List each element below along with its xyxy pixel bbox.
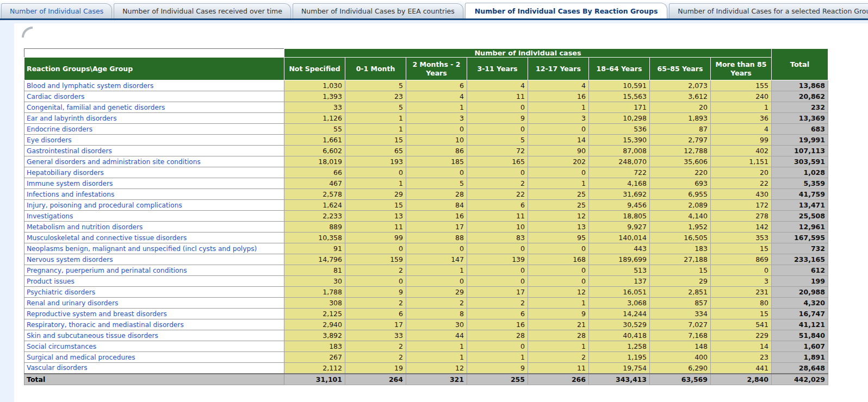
cases-value-cell: 0 bbox=[528, 243, 589, 254]
cases-value-cell: 2,125 bbox=[284, 309, 345, 319]
cases-value-cell: 86 bbox=[406, 146, 467, 156]
reaction-group-link[interactable]: Pregnancy, puerperium and perinatal cond… bbox=[24, 265, 284, 276]
cases-value-cell: 10,298 bbox=[589, 113, 650, 124]
reaction-group-link[interactable]: Infections and infestations bbox=[24, 189, 284, 200]
cases-value-cell: 72 bbox=[467, 146, 528, 156]
cases-value-cell: 87 bbox=[650, 124, 711, 135]
row-total-cell: 16,747 bbox=[772, 309, 828, 319]
cases-value-cell: 2,112 bbox=[284, 363, 345, 374]
reaction-group-link[interactable]: General disorders and administration sit… bbox=[24, 156, 284, 167]
cases-value-cell: 22 bbox=[711, 178, 772, 189]
reaction-group-link[interactable]: Immune system disorders bbox=[24, 178, 284, 189]
reaction-group-link[interactable]: Surgical and medical procedures bbox=[24, 352, 284, 363]
reaction-group-link[interactable]: Social circumstances bbox=[24, 341, 284, 352]
column-total-cell: 264 bbox=[345, 374, 406, 385]
reaction-group-link[interactable]: Gastrointestinal disorders bbox=[24, 146, 284, 156]
cases-value-cell: 0 bbox=[406, 124, 467, 135]
cases-value-cell: 4,140 bbox=[650, 211, 711, 222]
cases-value-cell: 869 bbox=[711, 254, 772, 265]
cases-value-cell: 11 bbox=[467, 211, 528, 222]
row-total-cell: 612 bbox=[772, 265, 828, 276]
cases-value-cell: 148 bbox=[650, 341, 711, 352]
cases-value-cell: 334 bbox=[650, 309, 711, 319]
tab-number-of-individual-cases-received-over-time[interactable]: Number of Individual Cases received over… bbox=[114, 3, 291, 18]
cases-value-cell: 6,602 bbox=[284, 146, 345, 156]
cases-value-cell: 2 bbox=[467, 298, 528, 309]
reaction-group-link[interactable]: Psychiatric disorders bbox=[24, 287, 284, 298]
reaction-group-link[interactable]: Skin and subcutaneous tissue disorders bbox=[24, 330, 284, 341]
reaction-group-link[interactable]: Product issues bbox=[24, 276, 284, 287]
tab-number-of-individual-cases-for-a-selected-reaction-group[interactable]: Number of Individual Cases for a selecte… bbox=[669, 3, 868, 18]
cases-value-cell: 0 bbox=[406, 167, 467, 178]
cases-value-cell: 17 bbox=[345, 319, 406, 330]
cases-value-cell: 10,358 bbox=[284, 233, 345, 243]
cases-value-cell: 84 bbox=[406, 200, 467, 211]
cases-value-cell: 6 bbox=[467, 309, 528, 319]
cases-value-cell: 6 bbox=[467, 200, 528, 211]
cases-value-cell: 155 bbox=[711, 80, 772, 91]
reaction-group-link[interactable]: Investigations bbox=[24, 211, 284, 222]
reaction-group-link[interactable]: Vascular disorders bbox=[24, 363, 284, 374]
cases-value-cell: 2 bbox=[345, 298, 406, 309]
age-group-header: 3-11 Years bbox=[467, 58, 528, 80]
table-row: Musculoskeletal and connective tissue di… bbox=[24, 233, 828, 243]
cases-value-cell: 9 bbox=[467, 113, 528, 124]
cases-value-cell: 4 bbox=[406, 91, 467, 102]
row-total-cell: 107,113 bbox=[772, 146, 828, 156]
cases-value-cell: 2 bbox=[406, 298, 467, 309]
cases-value-cell: 0 bbox=[345, 243, 406, 254]
reaction-group-link[interactable]: Musculoskeletal and connective tissue di… bbox=[24, 233, 284, 243]
cases-value-cell: 83 bbox=[467, 233, 528, 243]
cases-value-cell: 1 bbox=[406, 352, 467, 363]
tab-number-of-individual-cases-by-reaction-groups[interactable]: Number of Individual Cases By Reaction G… bbox=[465, 3, 668, 18]
row-total-cell: 167,595 bbox=[772, 233, 828, 243]
reaction-group-link[interactable]: Neoplasms benign, malignant and unspecif… bbox=[24, 243, 284, 254]
cases-value-cell: 25 bbox=[528, 200, 589, 211]
cases-value-cell: 99 bbox=[345, 233, 406, 243]
cases-value-cell: 240 bbox=[711, 91, 772, 102]
cases-value-cell: 0 bbox=[528, 276, 589, 287]
reaction-group-link[interactable]: Injury, poisoning and procedural complic… bbox=[24, 200, 284, 211]
tab-number-of-individual-cases-by-eea-countries[interactable]: Number of Individual Cases by EEA countr… bbox=[293, 3, 463, 18]
reaction-group-link[interactable]: Endocrine disorders bbox=[24, 124, 284, 135]
cases-value-cell: 15 bbox=[711, 243, 772, 254]
cases-value-cell: 3,068 bbox=[589, 298, 650, 309]
cases-value-cell: 6,290 bbox=[650, 363, 711, 374]
cases-value-cell: 1 bbox=[711, 102, 772, 113]
reaction-group-link[interactable]: Ear and labyrinth disorders bbox=[24, 113, 284, 124]
reaction-group-link[interactable]: Blood and lymphatic system disorders bbox=[24, 80, 284, 91]
row-total-cell: 13,369 bbox=[772, 113, 828, 124]
cases-value-cell: 1 bbox=[345, 113, 406, 124]
report-card: Number of individual cases Total Reactio… bbox=[14, 23, 868, 402]
cases-value-cell: 9,927 bbox=[589, 222, 650, 233]
cases-value-cell: 2,851 bbox=[650, 287, 711, 298]
tab-bar: Number of Individual CasesNumber of Indi… bbox=[0, 0, 868, 20]
reaction-group-link[interactable]: Hepatobiliary disorders bbox=[24, 167, 284, 178]
reaction-group-link[interactable]: Metabolism and nutrition disorders bbox=[24, 222, 284, 233]
reaction-group-link[interactable]: Nervous system disorders bbox=[24, 254, 284, 265]
reaction-group-link[interactable]: Renal and urinary disorders bbox=[24, 298, 284, 309]
table-row: Skin and subcutaneous tissue disorders3,… bbox=[24, 330, 828, 341]
cases-value-cell: 229 bbox=[711, 330, 772, 341]
cases-value-cell: 402 bbox=[711, 146, 772, 156]
cases-value-cell: 29 bbox=[345, 189, 406, 200]
group-header: Number of individual cases bbox=[284, 49, 772, 58]
cases-value-cell: 9 bbox=[467, 363, 528, 374]
reaction-group-link[interactable]: Respiratory, thoracic and mediastinal di… bbox=[24, 319, 284, 330]
cases-value-cell: 23 bbox=[345, 91, 406, 102]
cases-value-cell: 1,952 bbox=[650, 222, 711, 233]
age-group-header: 0-1 Month bbox=[345, 58, 406, 80]
reaction-group-link[interactable]: Eye disorders bbox=[24, 135, 284, 146]
content-area: Number of individual cases Total Reactio… bbox=[0, 20, 868, 402]
cases-value-cell: 12 bbox=[528, 287, 589, 298]
cases-value-cell: 15,563 bbox=[589, 91, 650, 102]
grand-total-label: Total bbox=[24, 374, 284, 385]
reaction-group-link[interactable]: Cardiac disorders bbox=[24, 91, 284, 102]
cases-value-cell: 513 bbox=[589, 265, 650, 276]
tab-number-of-individual-cases[interactable]: Number of Individual Cases bbox=[1, 3, 112, 18]
total-column-header: Total bbox=[772, 49, 828, 80]
cases-value-cell: 231 bbox=[711, 287, 772, 298]
table-row: Injury, poisoning and procedural complic… bbox=[24, 200, 828, 211]
reaction-group-link[interactable]: Reproductive system and breast disorders bbox=[24, 309, 284, 319]
reaction-group-link[interactable]: Congenital, familial and genetic disorde… bbox=[24, 102, 284, 113]
